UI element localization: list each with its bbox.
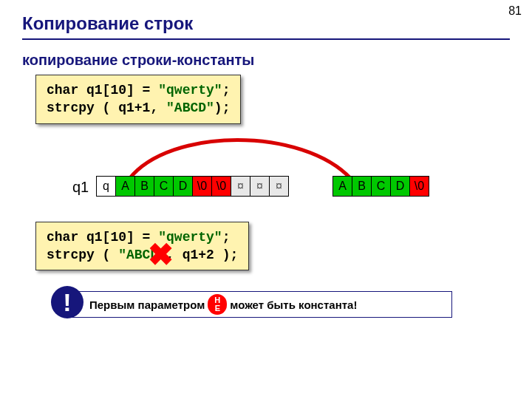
cell: B [352, 176, 372, 196]
code2-l1b: "qwerty" [158, 230, 222, 245]
page-number: 81 [508, 4, 522, 18]
cell: A [333, 176, 352, 196]
cell: ¤ [231, 176, 250, 196]
cell: ¤ [250, 176, 270, 196]
warning-bar: ! Первым параметром Н Е может быть конст… [66, 291, 452, 318]
cell: D [174, 176, 193, 196]
ne-letter-2: Е [215, 304, 220, 313]
slide: 81 Копирование строк копирование строки-… [0, 0, 532, 399]
exclamation-icon: ! [51, 286, 83, 318]
array-diagram: q1 q A B C D \0 \0 ¤ ¤ ¤ A B C D \0 [22, 146, 510, 205]
warning-text-after: может быть константа! [230, 299, 357, 311]
code2-l2c: , q1+2 ); [166, 248, 238, 262]
code1-l2a: strcpy ( q1+1, [47, 100, 166, 115]
code2-l1c: ; [222, 230, 231, 245]
cell: C [372, 176, 391, 196]
code1-l2c: ); [214, 100, 231, 115]
code1-l2b: "ABCD" [166, 100, 214, 115]
array-q1: q A B C D \0 \0 ¤ ¤ ¤ [96, 176, 289, 197]
code2-l2a: strcpy ( [47, 248, 118, 262]
code1-l1a: char q1[10] = [47, 83, 158, 98]
cell: D [391, 176, 410, 196]
cell: \0 [193, 176, 212, 196]
code1-l1c: ; [222, 83, 231, 98]
cell: \0 [410, 176, 429, 196]
code1-l1b: "qwerty" [158, 83, 222, 98]
array-source: A B C D \0 [332, 176, 429, 197]
cell: ¤ [270, 176, 289, 196]
code-block-2: char q1[10] = "qwerty"; strcpy ( "ABCD",… [35, 222, 249, 271]
code-block-1: char q1[10] = "qwerty"; strcpy ( q1+1, "… [35, 75, 241, 124]
cell: q [97, 176, 116, 196]
code2-l2b: "ABCD" [118, 248, 166, 262]
array-label-q1: q1 [72, 179, 89, 196]
code2-l1a: char q1[10] = [47, 230, 158, 245]
cell: \0 [212, 176, 231, 196]
cell: C [154, 176, 174, 196]
slide-title: Копирование строк [22, 13, 510, 34]
title-underline [22, 38, 510, 40]
warning-text-before: Первым параметром [89, 299, 205, 311]
section-subhead: копирование строки-константы [22, 52, 510, 69]
cell: B [135, 176, 154, 196]
ne-badge: Н Е [208, 294, 227, 315]
cell: A [116, 176, 135, 196]
